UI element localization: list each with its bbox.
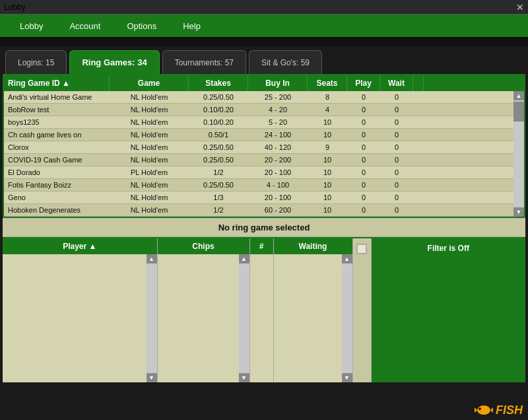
table-row[interactable]: BobRow test NL Hold'em 0.10/0.20 4 - 20 … xyxy=(4,104,513,116)
cell-stakes: 1/2 xyxy=(189,204,248,216)
cell-seats: 8 xyxy=(308,91,347,103)
header-play[interactable]: Play xyxy=(347,75,380,91)
svg-point-0 xyxy=(477,405,490,415)
cell-play: 0 xyxy=(347,116,380,128)
close-button[interactable]: ✕ xyxy=(516,2,524,13)
hash-table: # xyxy=(250,238,274,382)
cell-id: Geno xyxy=(4,192,110,203)
scrollbar-down-arrow[interactable]: ▼ xyxy=(513,207,524,217)
window-title: Lobby xyxy=(4,3,26,12)
table-row[interactable]: boys1235 NL Hold'em 0.10/0.20 5 - 20 10 … xyxy=(4,116,513,129)
scrollbar-track xyxy=(513,100,524,207)
menu-bar: Lobby Account Options Help xyxy=(0,15,528,37)
table-row[interactable]: Clorox NL Hold'em 0.25/0.50 40 - 120 9 0… xyxy=(4,141,513,154)
cell-stakes: 0.25/0.50 xyxy=(189,91,248,103)
table-row[interactable]: Ch cash game lives on NL Hold'em 0.50/1 … xyxy=(4,129,513,141)
player-scroll-down[interactable]: ▼ xyxy=(147,373,157,382)
svg-marker-1 xyxy=(490,406,493,414)
header-game[interactable]: Game xyxy=(110,75,189,91)
tab-ring-games[interactable]: Ring Games: 34 xyxy=(69,50,159,74)
filter-button[interactable]: Filter is Off xyxy=(372,238,526,382)
cell-buy-in: 40 - 120 xyxy=(248,141,308,153)
cell-buy-in: 20 - 100 xyxy=(248,192,308,203)
cell-play: 0 xyxy=(347,179,380,191)
header-seats[interactable]: Seats xyxy=(308,75,347,91)
cell-game: NL Hold'em xyxy=(110,129,189,141)
menu-lobby[interactable]: Lobby xyxy=(7,17,56,35)
cell-seats: 10 xyxy=(308,192,347,203)
tab-sit-and-go[interactable]: Sit & Go's: 59 xyxy=(249,50,322,74)
cell-id: Ch cash game lives on xyxy=(4,129,110,141)
chips-scroll-down[interactable]: ▼ xyxy=(239,373,249,382)
scrollbar-thumb[interactable] xyxy=(513,102,524,122)
fish-text: FISH xyxy=(496,403,523,417)
hash-header[interactable]: # xyxy=(250,238,273,254)
cell-game: NL Hold'em xyxy=(110,141,189,153)
cell-id: Clorox xyxy=(4,141,110,153)
waiting-scroll-down[interactable]: ▼ xyxy=(342,373,352,382)
cell-wait: 0 xyxy=(380,179,413,191)
cell-buy-in: 25 - 200 xyxy=(248,91,308,103)
table-row[interactable]: Hoboken Degenerates NL Hold'em 1/2 60 - … xyxy=(4,204,513,217)
cell-wait: 0 xyxy=(380,141,413,153)
header-wait[interactable]: Wait xyxy=(380,75,413,91)
cell-seats: 9 xyxy=(308,141,347,153)
cell-wait: 0 xyxy=(380,116,413,128)
chips-scroll-track xyxy=(239,263,249,373)
spacer xyxy=(0,37,528,46)
cell-stakes: 0.10/0.20 xyxy=(189,116,248,128)
cell-play: 0 xyxy=(347,91,380,103)
player-body: ▲ ▼ xyxy=(3,254,157,382)
cell-wait: 0 xyxy=(380,192,413,203)
filter-checkbox[interactable] xyxy=(356,244,367,254)
cell-seats: 10 xyxy=(308,154,347,166)
cell-wait: 0 xyxy=(380,166,413,178)
table-row[interactable]: Andi's virtual Home Game NL Hold'em 0.25… xyxy=(4,91,513,104)
table-row[interactable]: Fotis Fantasy Boizz NL Hold'em 0.25/0.50… xyxy=(4,179,513,192)
header-buy-in[interactable]: Buy In xyxy=(248,75,308,91)
cell-id: BobRow test xyxy=(4,104,110,116)
table-row[interactable]: Geno NL Hold'em 1/3 20 - 100 10 0 0 xyxy=(4,192,513,204)
main-table-area: Ring Game ID ▲ Game Stakes Buy In Seats … xyxy=(3,74,525,218)
waiting-scrollbar: ▲ ▼ xyxy=(342,254,352,382)
bottom-section: Player ▲ ▲ ▼ Chips ▲ ▼ xyxy=(3,237,525,382)
chips-table: Chips ▲ ▼ xyxy=(158,238,250,382)
header-stakes[interactable]: Stakes xyxy=(189,75,248,91)
cell-seats: 10 xyxy=(308,204,347,216)
column-headers: Ring Game ID ▲ Game Stakes Buy In Seats … xyxy=(4,75,524,91)
player-scroll-track xyxy=(147,263,157,373)
cell-seats: 10 xyxy=(308,116,347,128)
cell-id: Andi's virtual Home Game xyxy=(4,91,110,103)
table-row[interactable]: El Dorado PL Hold'em 1/2 20 - 100 10 0 0 xyxy=(4,166,513,179)
waiting-header[interactable]: Waiting xyxy=(274,238,352,254)
table-row[interactable]: COVID-19 Cash Game NL Hold'em 0.25/0.50 … xyxy=(4,154,513,166)
waiting-table: Waiting ▲ ▼ xyxy=(274,238,353,382)
cell-stakes: 0.50/1 xyxy=(189,129,248,141)
cell-id: COVID-19 Cash Game xyxy=(4,154,110,166)
menu-help[interactable]: Help xyxy=(170,17,214,35)
cell-play: 0 xyxy=(347,166,380,178)
player-header[interactable]: Player ▲ xyxy=(3,238,157,254)
menu-account[interactable]: Account xyxy=(56,17,114,35)
tab-tournaments[interactable]: Tournaments: 57 xyxy=(162,50,246,74)
cell-game: NL Hold'em xyxy=(110,91,189,103)
menu-options[interactable]: Options xyxy=(114,17,170,35)
cell-stakes: 1/3 xyxy=(189,192,248,203)
player-scroll-up[interactable]: ▲ xyxy=(147,254,157,263)
chips-scroll-up[interactable]: ▲ xyxy=(239,254,249,263)
cell-id: boys1235 xyxy=(4,116,110,128)
waiting-scroll-up[interactable]: ▲ xyxy=(342,254,352,263)
cell-game: NL Hold'em xyxy=(110,104,189,116)
scrollbar-up-arrow[interactable]: ▲ xyxy=(513,91,524,100)
filter-label: Filter is Off xyxy=(428,244,469,253)
title-bar: Lobby ✕ xyxy=(0,0,528,15)
chips-header[interactable]: Chips xyxy=(158,238,249,254)
header-ring-game-id[interactable]: Ring Game ID ▲ xyxy=(4,75,110,91)
checkbox-area xyxy=(353,238,372,382)
ring-games-table: Andi's virtual Home Game NL Hold'em 0.25… xyxy=(4,91,524,217)
waiting-body: ▲ ▼ xyxy=(274,254,352,382)
tab-logins[interactable]: Logins: 15 xyxy=(5,50,67,74)
cell-wait: 0 xyxy=(380,91,413,103)
cell-play: 0 xyxy=(347,204,380,216)
cell-buy-in: 20 - 100 xyxy=(248,166,308,178)
